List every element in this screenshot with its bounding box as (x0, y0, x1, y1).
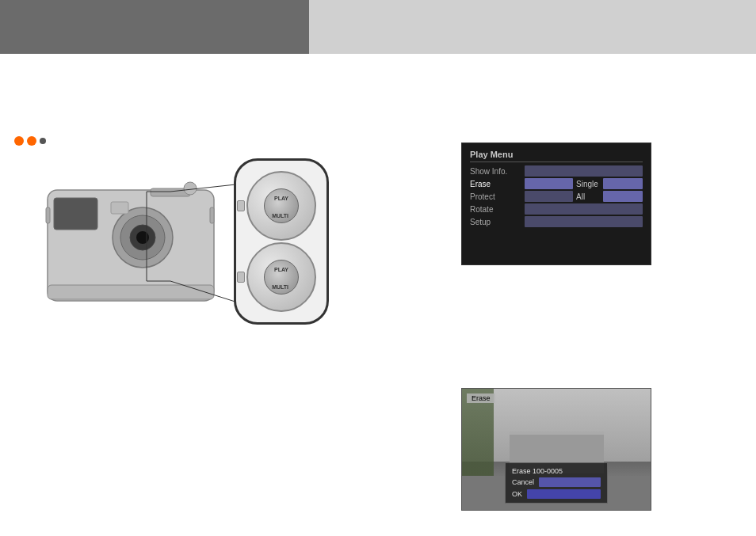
erase-dialog: Erase 100-0005 Cancel OK (505, 462, 608, 504)
menu-value-bar-erase (603, 178, 643, 189)
menu-row-setup: Setup (470, 216, 643, 227)
menu-label-setup: Setup (470, 218, 521, 226)
top-banner (0, 0, 756, 54)
erase-dialog-row-2: Cancel (512, 477, 601, 487)
dial-notch-lower (237, 272, 245, 283)
dial-container: PLAY MULTI PLAY MULTI (234, 158, 329, 325)
banner-right (309, 0, 756, 54)
bullet-dots (14, 136, 46, 146)
dial-multi-label-upper: MULTI (272, 213, 288, 219)
menu-bar-show-info (525, 165, 643, 177)
dial-wheel-inner-lower: PLAY MULTI (264, 260, 299, 295)
menu-bar-erase (525, 178, 573, 189)
camera-illustration-area: PLAY MULTI PLAY MULTI (40, 158, 436, 380)
play-menu-items: Show Info. Erase Single Protect All Rota… (470, 165, 643, 227)
dot-1 (14, 136, 24, 146)
erase-dialog-cancel-bar (539, 477, 601, 487)
svg-rect-10 (210, 207, 214, 223)
erase-dialog-row-1: Erase 100-0005 (512, 467, 601, 475)
erase-label-tag: Erase (467, 393, 495, 403)
dot-2 (27, 136, 36, 146)
erase-dialog-row-3: OK (512, 489, 601, 499)
menu-row-show-info: Show Info. (470, 165, 643, 177)
erase-dialog-filename: Erase 100-0005 (512, 467, 563, 475)
menu-label-erase: Erase (470, 180, 521, 188)
erase-screen: Erase Erase 100-0005 Cancel OK (461, 388, 651, 511)
upper-dial-wheel: PLAY MULTI (246, 171, 316, 241)
dot-3 (40, 138, 46, 144)
dial-notch-upper (237, 200, 245, 211)
menu-bar-rotate (525, 203, 643, 215)
menu-row-rotate: Rotate (470, 203, 643, 215)
svg-point-5 (136, 231, 149, 244)
menu-value-bar-protect (603, 191, 643, 202)
dial-play-label-lower: PLAY (274, 267, 288, 272)
svg-rect-9 (46, 207, 50, 223)
svg-point-8 (184, 182, 197, 195)
play-menu-title: Play Menu (470, 150, 643, 162)
svg-rect-6 (111, 202, 128, 214)
dial-play-label: PLAY (274, 196, 288, 201)
play-menu-screen: Play Menu Show Info. Erase Single Protec… (461, 143, 651, 265)
menu-label-show-info: Show Info. (470, 167, 521, 176)
dial-wheel-inner-upper: PLAY MULTI (264, 188, 299, 223)
menu-row-erase: Erase Single (470, 178, 643, 189)
menu-bar-setup (525, 216, 643, 227)
banner-left (0, 0, 309, 54)
erase-dialog-ok: OK (512, 490, 522, 498)
menu-label-protect: Protect (470, 192, 521, 201)
menu-value-protect: All (576, 192, 600, 201)
menu-row-protect: Protect All (470, 191, 643, 202)
menu-value-erase: Single (576, 180, 600, 188)
erase-dialog-ok-bar (527, 489, 601, 499)
svg-rect-1 (54, 198, 97, 230)
erase-dialog-cancel: Cancel (512, 478, 534, 486)
lower-dial-wheel: PLAY MULTI (246, 242, 316, 312)
dial-multi-label-lower: MULTI (272, 284, 288, 290)
menu-label-rotate: Rotate (470, 205, 521, 214)
menu-bar-protect (525, 191, 573, 202)
